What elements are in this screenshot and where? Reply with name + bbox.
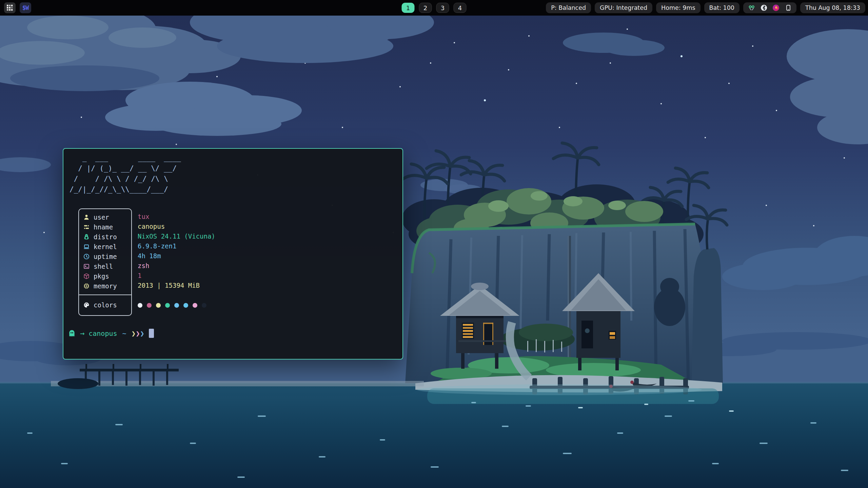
prompt-host: canopus xyxy=(88,329,117,338)
user-icon xyxy=(83,214,90,221)
value-shell: zsh xyxy=(138,261,215,270)
bar-right: P: Balanced GPU: Integrated Home: 9ms Ba… xyxy=(546,2,865,13)
network-icon[interactable] xyxy=(748,4,755,12)
fetch-row-distro: distro xyxy=(79,232,131,242)
palette-dot xyxy=(193,303,197,308)
fetch-row-hname: hname xyxy=(79,222,131,232)
fetch-label-box: user hname distro xyxy=(78,208,132,316)
penguin-icon xyxy=(83,233,90,240)
shell-prompt: → canopus ~ ❯ ❯ ❯ xyxy=(68,329,154,338)
fetch-row-pkgs: pkgs xyxy=(79,271,131,281)
workspace-switcher: 1 2 3 4 xyxy=(402,3,467,13)
workspace-4[interactable]: 4 xyxy=(454,3,467,13)
app-grid-icon xyxy=(7,5,13,11)
system-tray xyxy=(743,2,796,13)
gpu-status[interactable]: GPU: Integrated xyxy=(595,2,652,13)
value-memory: 2013 | 15394 MiB xyxy=(138,280,215,290)
battery-status[interactable]: Bat: 100 xyxy=(704,2,739,13)
prompt-chevrons: ❯ ❯ ❯ xyxy=(132,329,144,338)
fetch-row-user: user xyxy=(79,212,131,222)
fetch-row-colors: colors xyxy=(79,295,131,315)
terminal-window[interactable]: _ ___ ____ ____ / |/ (_)_ __/ __ \/ __/ … xyxy=(63,148,403,360)
nixos-ascii-logo: _ ___ ____ ____ / |/ (_)_ __/ __ \/ __/ … xyxy=(70,153,181,195)
palette-dot xyxy=(183,303,188,308)
clock[interactable]: Thu Aug 08, 18:33 xyxy=(800,2,865,13)
top-bar: $W 1 2 3 4 P: Balanced GPU: Integrated H… xyxy=(0,0,868,16)
prompt-arrow: → xyxy=(80,329,84,338)
palette-dot xyxy=(202,303,206,308)
clock-icon xyxy=(83,253,90,260)
fetch-row-uptime: uptime xyxy=(79,251,131,261)
value-uptime: 4h 18m xyxy=(138,251,215,261)
power-profile-status[interactable]: P: Balanced xyxy=(546,2,591,13)
palette-icon xyxy=(83,302,90,308)
workspace-3[interactable]: 3 xyxy=(436,3,449,13)
laptop-icon xyxy=(83,243,90,250)
workspace-2[interactable]: 2 xyxy=(419,3,432,13)
value-pkgs: 1 xyxy=(138,270,215,280)
palette-dot xyxy=(165,303,170,308)
fetch-row-shell: shell xyxy=(79,261,131,271)
palette-dot xyxy=(156,303,161,308)
package-icon xyxy=(83,273,90,280)
text-cursor[interactable] xyxy=(149,329,154,338)
flameshot-icon[interactable] xyxy=(772,4,780,12)
ghost-icon xyxy=(68,329,76,338)
value-kernel: 6.9.8-zen1 xyxy=(138,241,215,251)
value-distro: NixOS 24.11 (Vicuna) xyxy=(138,231,215,241)
value-user: tux xyxy=(138,211,215,221)
bar-left: $W xyxy=(4,2,31,13)
server-icon xyxy=(83,224,90,230)
bluetooth-icon[interactable] xyxy=(760,4,767,12)
palette-dot xyxy=(138,303,142,308)
value-hname: canopus xyxy=(138,221,215,231)
wezterm-button[interactable]: $W xyxy=(20,2,31,13)
ping-status[interactable]: Home: 9ms xyxy=(656,2,700,13)
palette-dot xyxy=(147,303,152,308)
fetch-values: tux canopus NixOS 24.11 (Vicuna) 6.9.8-z… xyxy=(138,208,215,290)
phone-icon[interactable] xyxy=(785,4,792,12)
app-grid-button[interactable] xyxy=(4,2,16,13)
desktop: $W 1 2 3 4 P: Balanced GPU: Integrated H… xyxy=(0,0,868,488)
prompt-path: ~ xyxy=(122,329,126,338)
chip-icon xyxy=(83,283,90,289)
workspace-1[interactable]: 1 xyxy=(402,3,415,13)
wezterm-icon: $W xyxy=(22,4,28,11)
fetch-row-memory: memory xyxy=(79,281,131,291)
palette-dots xyxy=(138,301,206,310)
fetch-row-kernel: kernel xyxy=(79,242,131,251)
terminal-icon xyxy=(83,263,90,270)
palette-dot xyxy=(174,303,179,308)
